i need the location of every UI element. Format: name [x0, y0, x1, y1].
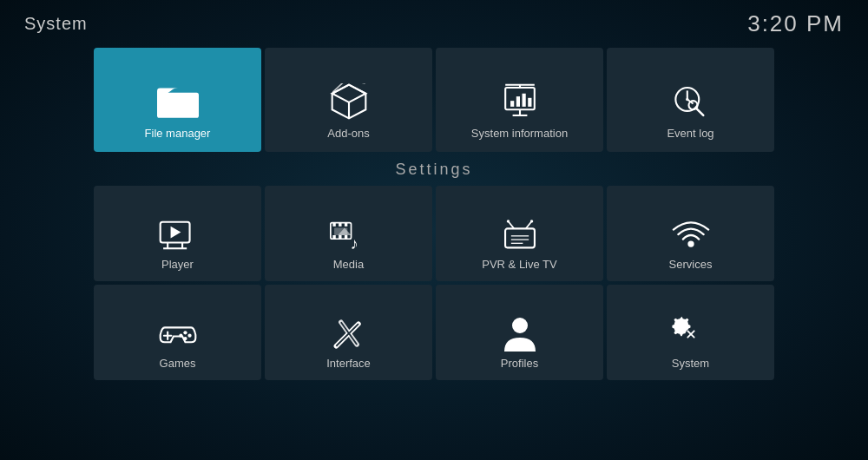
app-title: System: [24, 14, 88, 34]
svg-rect-7: [516, 96, 519, 107]
tile-media-label: Media: [333, 258, 364, 271]
tile-event-log[interactable]: Event log: [607, 48, 774, 152]
svg-point-47: [179, 334, 182, 338]
svg-point-52: [512, 318, 528, 333]
tile-file-manager-label: File manager: [145, 127, 211, 140]
tile-games-label: Games: [160, 357, 196, 370]
svg-rect-0: [157, 93, 199, 118]
system-information-icon: [499, 85, 541, 118]
profiles-icon: [501, 319, 539, 350]
svg-rect-8: [522, 94, 525, 107]
svg-rect-29: [344, 235, 346, 239]
svg-rect-9: [528, 98, 531, 107]
tile-add-ons-label: Add-ons: [327, 127, 369, 140]
svg-point-17: [688, 101, 697, 109]
top-tiles-row: File manager Add-ons: [0, 48, 868, 152]
tile-player[interactable]: Player: [94, 186, 261, 281]
event-log-icon: [670, 85, 712, 118]
svg-rect-25: [339, 223, 341, 227]
tile-pvr-live-tv[interactable]: PVR & Live TV: [436, 186, 603, 281]
tile-interface-label: Interface: [326, 357, 371, 370]
svg-marker-22: [170, 227, 181, 239]
tile-system[interactable]: System: [607, 285, 774, 380]
games-icon: [159, 319, 197, 350]
settings-grid: Player ♪: [0, 186, 868, 380]
settings-row-1: Player ♪: [94, 186, 774, 281]
clock: 3:20 PM: [747, 10, 844, 37]
svg-point-41: [687, 240, 694, 246]
tile-profiles-label: Profiles: [501, 357, 538, 370]
tile-services-label: Services: [669, 258, 713, 271]
interface-icon: [330, 319, 368, 350]
svg-rect-27: [332, 235, 335, 239]
svg-text:♪: ♪: [350, 234, 358, 253]
tile-file-manager[interactable]: File manager: [94, 48, 261, 152]
settings-section-label: Settings: [0, 161, 868, 179]
svg-rect-33: [505, 228, 535, 247]
svg-point-44: [183, 331, 187, 334]
tile-media[interactable]: ♪ Media: [265, 186, 432, 281]
svg-point-45: [187, 334, 191, 338]
tile-player-label: Player: [161, 258, 194, 271]
pvr-live-tv-icon: [501, 220, 539, 251]
tile-system-label: System: [672, 357, 709, 370]
add-ons-icon: [328, 85, 370, 118]
svg-rect-28: [339, 235, 341, 239]
tile-pvr-live-tv-label: PVR & Live TV: [482, 258, 556, 271]
svg-line-16: [695, 108, 702, 115]
media-icon: ♪: [330, 220, 368, 251]
system-icon: [672, 319, 710, 350]
player-icon: [159, 220, 197, 251]
svg-point-15: [686, 98, 688, 101]
tile-add-ons[interactable]: Add-ons: [265, 48, 432, 152]
tile-system-information[interactable]: System information: [436, 48, 603, 152]
tile-system-information-label: System information: [471, 127, 568, 140]
svg-rect-26: [344, 223, 346, 227]
services-icon: [672, 220, 710, 251]
tile-games[interactable]: Games: [94, 285, 261, 380]
tile-event-log-label: Event log: [667, 127, 713, 140]
svg-rect-24: [332, 223, 335, 227]
settings-row-2: Games Interface: [94, 285, 774, 380]
svg-point-46: [183, 337, 187, 340]
top-bar: System 3:20 PM: [0, 0, 868, 48]
tile-interface[interactable]: Interface: [265, 285, 432, 380]
file-manager-icon: [157, 85, 199, 118]
svg-point-37: [529, 220, 532, 222]
tile-services[interactable]: Services: [607, 186, 774, 281]
svg-rect-6: [510, 101, 514, 107]
svg-point-36: [506, 220, 509, 222]
tile-profiles[interactable]: Profiles: [436, 285, 603, 380]
